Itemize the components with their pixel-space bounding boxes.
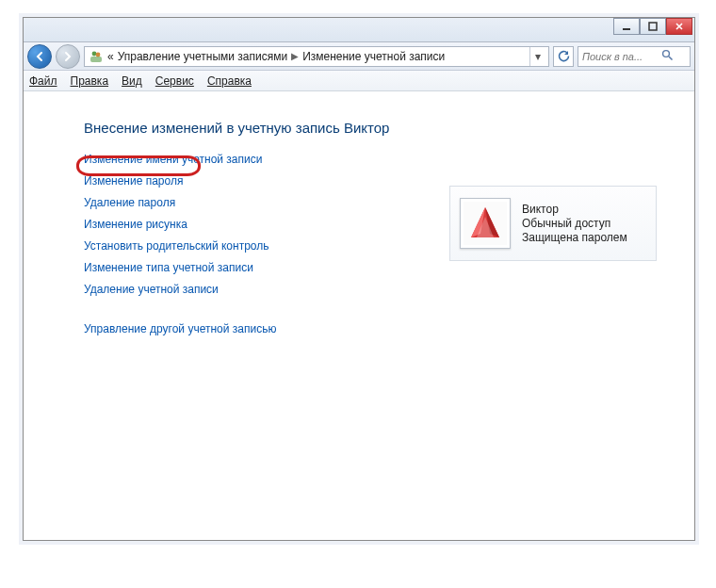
search-input[interactable] xyxy=(582,51,658,62)
page-title: Внесение изменений в учетную запись Викт… xyxy=(84,120,694,136)
account-type: Обычный доступ xyxy=(522,217,627,230)
forward-button[interactable] xyxy=(56,44,80,69)
menu-tools[interactable]: Сервис xyxy=(155,74,194,88)
maximize-button[interactable] xyxy=(640,18,666,35)
menubar: Файл Правка Вид Сервис Справка xyxy=(24,71,694,91)
breadcrumb-sep-icon: ▶ xyxy=(291,51,299,61)
account-name: Виктор xyxy=(522,203,627,216)
search-box[interactable] xyxy=(578,46,691,67)
link-change-type[interactable]: Изменение типа учетной записи xyxy=(84,261,694,274)
window-frame: « Управление учетными записями ▶ Изменен… xyxy=(23,17,695,541)
link-change-name[interactable]: Изменение имени учетной записи xyxy=(84,153,694,166)
content-area: Внесение изменений в учетную запись Викт… xyxy=(24,91,694,540)
svg-rect-0 xyxy=(623,28,630,30)
address-bar: « Управление учетными записями ▶ Изменен… xyxy=(24,42,694,71)
menu-file[interactable]: Файл xyxy=(29,74,57,88)
account-status: Защищена паролем xyxy=(522,231,627,244)
svg-rect-1 xyxy=(649,23,657,30)
breadcrumb-crumb-1[interactable]: Управление учетными записями xyxy=(118,50,287,63)
back-button[interactable] xyxy=(27,44,52,69)
refresh-button[interactable] xyxy=(553,46,574,67)
breadcrumb-crumb-2[interactable]: Изменение учетной записи xyxy=(302,50,445,63)
avatar xyxy=(460,198,511,249)
menu-view[interactable]: Вид xyxy=(122,74,142,88)
titlebar[interactable] xyxy=(24,18,694,42)
address-dropdown-icon[interactable]: ▾ xyxy=(529,47,545,66)
minimize-button[interactable] xyxy=(613,18,640,35)
menu-help[interactable]: Справка xyxy=(207,74,252,88)
account-card: Виктор Обычный доступ Защищена паролем xyxy=(449,186,657,261)
close-button[interactable] xyxy=(666,18,692,35)
link-delete-account[interactable]: Удаление учетной записи xyxy=(84,283,694,296)
svg-rect-4 xyxy=(90,57,102,62)
svg-point-5 xyxy=(663,50,670,57)
breadcrumb[interactable]: « Управление учетными записями ▶ Изменен… xyxy=(84,46,549,67)
svg-point-2 xyxy=(92,51,97,56)
svg-line-6 xyxy=(669,57,673,60)
svg-point-3 xyxy=(96,52,101,57)
search-icon xyxy=(661,49,674,64)
accounts-icon xyxy=(89,49,104,64)
link-manage-other[interactable]: Управление другой учетной записью xyxy=(84,322,694,335)
menu-edit[interactable]: Правка xyxy=(71,74,109,88)
breadcrumb-chevrons: « xyxy=(107,50,114,63)
